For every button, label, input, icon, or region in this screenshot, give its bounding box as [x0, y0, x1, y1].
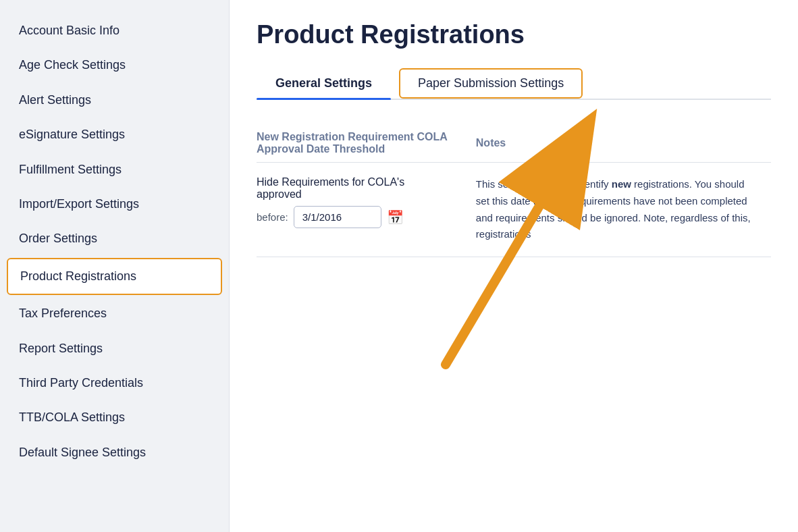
main-content: Product Registrations General Settings P…: [230, 0, 798, 532]
sidebar-item-import-export-settings[interactable]: Import/Export Settings: [0, 187, 229, 221]
sidebar-item-order-settings[interactable]: Order Settings: [0, 221, 229, 256]
sidebar-item-third-party-credentials[interactable]: Third Party Credentials: [0, 366, 229, 400]
page-title: Product Registrations: [257, 20, 771, 49]
calendar-icon[interactable]: 📅: [387, 209, 404, 225]
date-field[interactable]: [294, 206, 381, 228]
setting-cell: Hide Requirements for COLA's approved be…: [257, 163, 462, 257]
before-label: before:: [257, 211, 288, 223]
notes-cell: This setting is used to identify new reg…: [462, 163, 771, 257]
sidebar-item-account-basic-info[interactable]: Account Basic Info: [0, 14, 229, 48]
sidebar: Account Basic Info Age Check Settings Al…: [0, 0, 230, 532]
sidebar-item-default-signee-settings[interactable]: Default Signee Settings: [0, 435, 229, 470]
sidebar-item-tax-preferences[interactable]: Tax Preferences: [0, 296, 229, 331]
sidebar-item-report-settings[interactable]: Report Settings: [0, 331, 229, 366]
settings-table: New Registration Requirement COLA Approv…: [257, 124, 771, 257]
sidebar-item-alert-settings[interactable]: Alert Settings: [0, 83, 229, 117]
date-input-row: before: 📅: [257, 206, 452, 228]
setting-label: Hide Requirements for COLA's approved: [257, 176, 452, 201]
sidebar-item-ttb-cola-settings[interactable]: TTB/COLA Settings: [0, 400, 229, 435]
tab-general-settings[interactable]: General Settings: [257, 68, 391, 99]
notes-text: This setting is used to identify new reg…: [476, 176, 760, 243]
sidebar-item-age-check-settings[interactable]: Age Check Settings: [0, 48, 229, 82]
sidebar-item-fulfillment-settings[interactable]: Fulfillment Settings: [0, 153, 229, 187]
table-row: Hide Requirements for COLA's approved be…: [257, 163, 771, 257]
tabs-container: General Settings Paper Submission Settin…: [257, 68, 771, 100]
col-header-setting: New Registration Requirement COLA Approv…: [257, 124, 462, 163]
sidebar-item-product-registrations[interactable]: Product Registrations: [7, 258, 222, 295]
sidebar-item-esignature-settings[interactable]: eSignature Settings: [0, 117, 229, 152]
col-header-notes: Notes: [462, 124, 771, 163]
tab-paper-submission-settings[interactable]: Paper Submission Settings: [399, 68, 583, 99]
